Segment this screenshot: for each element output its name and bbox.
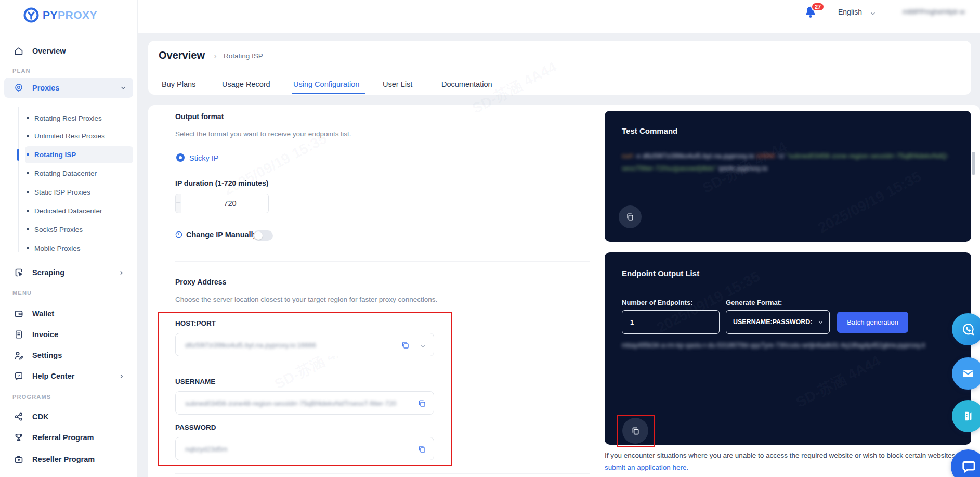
subnav-label: Static ISP Proxies	[34, 188, 90, 196]
pyproxy-logo-text: PYPROXY	[43, 9, 97, 21]
catalog-button[interactable]	[952, 400, 980, 432]
sidebar-item-invoice[interactable]: Invoice	[14, 328, 58, 341]
subnav-label: Rotating Resi Proxies	[34, 114, 102, 122]
proxy-address-desc: Choose the server location closest to yo…	[175, 295, 437, 303]
breadcrumb-root[interactable]: Overview	[159, 49, 205, 61]
sidebar-item-overview[interactable]: Overview	[14, 45, 66, 57]
info-icon	[175, 230, 183, 241]
copy-icon	[625, 212, 635, 222]
svg-text:?: ?	[18, 373, 20, 378]
subnav-label: Rotating ISP	[34, 151, 76, 159]
sidebar-item-label: Wallet	[32, 310, 54, 318]
watermark: SD-苏涵 4A44	[793, 351, 884, 412]
tab-user-list[interactable]: User List	[383, 80, 412, 88]
email-icon	[960, 366, 976, 381]
location-pin-icon	[14, 83, 24, 93]
sidebar-item-wallet[interactable]: Wallet	[14, 307, 54, 320]
output-format-title: Output format	[175, 112, 224, 121]
username-value: subned03456-zone48-region-sessldrr-75qBf…	[185, 399, 396, 407]
password-field[interactable]: nqbzyd23d5m	[175, 437, 434, 460]
sidebar-item-label: Invoice	[32, 330, 58, 339]
sidebar-item-unlimited-resi-proxies[interactable]: Unlimited Resi Proxies	[27, 130, 105, 141]
subnav-guide-line	[18, 107, 19, 252]
trophy-icon	[14, 432, 24, 443]
cmd-credentials2: sessTfilter-720su{passwd}i6ds"	[622, 165, 716, 172]
tab-using-configuration[interactable]: Using Configuration	[293, 80, 359, 88]
toggle-knob	[254, 231, 263, 240]
account-username[interactable]: m88PPmgheH4jdr-w	[903, 8, 965, 16]
whatsapp-button[interactable]	[952, 313, 980, 345]
output-format-desc: Select the format you want to receive yo…	[175, 130, 351, 138]
sticky-ip-radio[interactable]	[176, 153, 185, 162]
subnav-label: Mobile Proxies	[34, 244, 81, 252]
sidebar-item-scraping[interactable]: Scraping	[14, 266, 125, 279]
chat-icon	[960, 458, 976, 475]
copy-icon[interactable]	[417, 445, 426, 456]
briefcase-icon	[14, 454, 24, 465]
sidebar-item-mobile-proxies[interactable]: Mobile Proxies	[27, 242, 81, 254]
endpoint-output-title: Endpoint Output List	[622, 269, 699, 278]
app-root: 27 English m88PPmgheH4jdr-w PYPROXY Over…	[0, 0, 980, 477]
generate-format-select[interactable]: USERNAME:PASSWORD:	[726, 310, 830, 334]
change-ip-toggle[interactable]	[253, 230, 273, 241]
chevron-down-icon[interactable]	[420, 342, 426, 352]
change-ip-label: Change IP Manually:	[186, 230, 260, 239]
logo-text-primary: PY	[43, 9, 58, 21]
sidebar-item-static-isp-proxies[interactable]: Static ISP Proxies	[27, 186, 90, 198]
cmd-credentials: "subned03456-zone-region-sessldrr-75qBf4…	[786, 152, 949, 160]
email-button[interactable]	[952, 357, 980, 390]
subnav-label: Socks5 Proxies	[34, 226, 83, 234]
number-of-endpoints-input[interactable]	[622, 310, 720, 334]
tab-buy-plans[interactable]: Buy Plans	[162, 80, 195, 88]
bullet	[27, 172, 29, 174]
sticky-ip-label[interactable]: Sticky IP	[189, 154, 218, 162]
sidebar-section-plan: PLAN	[12, 68, 31, 74]
test-command-title: Test Command	[622, 126, 677, 135]
divider	[175, 261, 590, 262]
tab-documentation[interactable]: Documentation	[441, 80, 492, 88]
host-port-label: HOST:PORT	[175, 319, 216, 327]
language-selector[interactable]: English	[838, 8, 862, 16]
generate-format-label: Generate Format:	[726, 299, 782, 306]
copy-icon[interactable]	[401, 341, 410, 352]
sidebar-item-dedicated-datacenter[interactable]: Dedicated Datacenter	[27, 205, 102, 216]
ip-duration-input[interactable]	[181, 194, 269, 213]
bullet	[27, 247, 29, 249]
sidebar-item-proxies[interactable]: Proxies	[4, 78, 133, 98]
stepper-minus-button[interactable]: −	[176, 194, 181, 213]
sidebar-item-rotating-datacenter[interactable]: Rotating Datacenter	[27, 167, 97, 179]
settings-user-icon	[14, 350, 24, 360]
language-chevron-down-icon[interactable]	[869, 10, 877, 19]
sidebar-item-label: Help Center	[32, 372, 110, 380]
sidebar-item-rotating-resi-proxies[interactable]: Rotating Resi Proxies	[27, 112, 102, 124]
batch-generation-button[interactable]: Batch generation	[837, 312, 908, 333]
sidebar-item-settings[interactable]: Settings	[14, 349, 62, 362]
copy-icon[interactable]	[417, 399, 426, 410]
tab-usage-record[interactable]: Usage Record	[222, 80, 270, 88]
sidebar-item-help-center[interactable]: ? Help Center	[14, 370, 125, 382]
copy-command-button[interactable]	[619, 205, 642, 228]
generate-format-value: USERNAME:PASSWORD:	[733, 318, 813, 326]
bullet	[27, 135, 29, 137]
sidebar-item-cdk[interactable]: CDK	[14, 410, 48, 423]
bullet	[27, 191, 29, 193]
subnav-label: Rotating Datacenter	[34, 170, 97, 177]
scraping-icon	[14, 267, 24, 278]
submit-application-link[interactable]: submit an application here.	[605, 463, 688, 471]
footer-note: If you encounter situations where you ar…	[605, 449, 975, 473]
sidebar-item-reseller-program[interactable]: Reseller Program	[14, 453, 95, 466]
scrollbar-thumb[interactable]	[972, 152, 975, 175]
sidebar-section-menu: MENU	[12, 290, 32, 296]
host-port-field[interactable]: d6z59l7zi39tko4ul5.byt.na.pyproxy.io:166…	[175, 333, 434, 356]
sidebar-item-socks5-proxies[interactable]: Socks5 Proxies	[27, 224, 83, 235]
sidebar-section-programs: PROGRAMS	[12, 394, 51, 400]
username-field[interactable]: subned03456-zone48-region-sessldrr-75qBf…	[175, 391, 434, 415]
top-header	[0, 0, 980, 33]
watermark: 2025/09/19 15:35	[815, 168, 924, 236]
sidebar-item-label: Referral Program	[32, 433, 94, 442]
sidebar-item-label: Reseller Program	[32, 455, 95, 463]
sidebar-item-rotating-isp[interactable]: Rotating ISP	[27, 149, 76, 160]
sidebar-item-referral-program[interactable]: Referral Program	[14, 431, 94, 444]
ip-duration-stepper: − +	[175, 194, 269, 213]
ip-duration-label: IP duration (1-720 minutes)	[175, 179, 268, 187]
